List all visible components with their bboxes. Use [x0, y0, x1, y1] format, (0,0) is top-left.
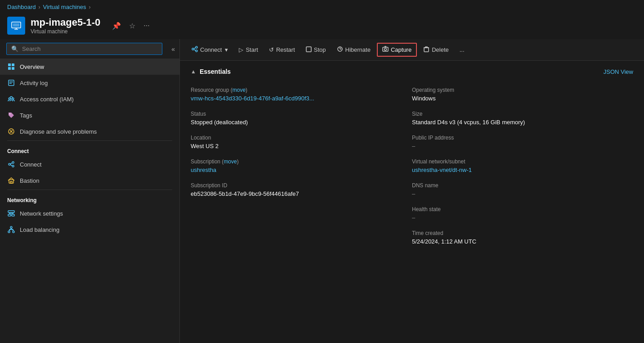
- subscription-value-link[interactable]: ushrestha: [191, 167, 216, 173]
- access-control-icon: [7, 95, 15, 103]
- status-item: Status Stopped (deallocated): [191, 106, 412, 130]
- svg-line-39: [194, 50, 196, 50]
- start-label: Start: [246, 46, 258, 53]
- connect-btn-icon: [192, 46, 198, 54]
- sidebar-item-overview[interactable]: Overview: [0, 59, 179, 75]
- sidebar-item-activity-log-label: Activity log: [20, 80, 48, 86]
- svg-point-29: [10, 226, 12, 228]
- essentials-title: ▲ Essentials: [191, 68, 231, 75]
- vnet-value: ushrestha-vnet/dt-nw-1: [412, 167, 633, 173]
- sidebar-item-iam-label: Access control (IAM): [20, 96, 74, 103]
- sidebar-item-load-balancing[interactable]: Load balancing: [0, 221, 179, 238]
- breadcrumb-dashboard[interactable]: Dashboard: [7, 4, 36, 10]
- svg-point-16: [9, 163, 10, 165]
- svg-point-37: [196, 50, 197, 52]
- svg-point-17: [12, 162, 14, 163]
- vm-header: mp-image5-1-0 Virtual machine 📌 ☆ ···: [0, 14, 644, 39]
- more-header-icon[interactable]: ···: [142, 21, 151, 31]
- sidebar-item-diagnose[interactable]: Diagnose and solve problems: [0, 123, 179, 140]
- subscription-label: Subscription (move): [191, 158, 412, 165]
- sidebar-section-connect: Connect: [0, 142, 179, 156]
- vm-icon-svg: [11, 20, 22, 31]
- svg-line-19: [10, 163, 12, 164]
- sidebar-item-bastion-label: Bastion: [20, 177, 39, 184]
- svg-rect-24: [8, 214, 11, 216]
- sidebar-item-load-balancing-label: Load balancing: [20, 226, 59, 233]
- vnet-item: Virtual network/subnet ushrestha-vnet/dt…: [412, 154, 633, 178]
- resource-group-label: Resource group (move): [191, 87, 412, 93]
- search-icon: 🔍: [11, 45, 18, 52]
- restart-label: Restart: [276, 46, 295, 53]
- restart-button[interactable]: ↺ Restart: [264, 44, 300, 55]
- resource-group-value-link[interactable]: vmw-hcs-4543d330-6d19-476f-a9af-6cd990f3…: [191, 95, 314, 102]
- sidebar-item-network-settings[interactable]: Network settings: [0, 205, 179, 221]
- stop-label: Stop: [314, 46, 326, 53]
- main-layout: 🔍 « Overview Activity log Access control…: [0, 39, 644, 343]
- health-state-value: –: [412, 214, 633, 221]
- right-panel: Connect ▾ ▷ Start ↺ Restart Stop: [180, 39, 644, 343]
- sidebar: 🔍 « Overview Activity log Access control…: [0, 39, 180, 343]
- svg-rect-4: [8, 67, 11, 70]
- os-value: Windows: [412, 95, 633, 102]
- sidebar-item-connect[interactable]: Connect: [0, 156, 179, 172]
- dns-item: DNS name –: [412, 178, 633, 202]
- svg-point-18: [12, 165, 14, 167]
- svg-rect-23: [8, 211, 14, 212]
- start-button[interactable]: ▷ Start: [234, 44, 262, 55]
- connect-btn-label: Connect: [200, 46, 222, 53]
- location-value: West US 2: [191, 143, 412, 149]
- location-label: Location: [191, 135, 412, 141]
- size-value: Standard D4s v3 (4 vcpus, 16 GiB memory): [412, 119, 633, 126]
- essentials-grid: Resource group (move) vmw-hcs-4543d330-6…: [191, 82, 633, 249]
- svg-point-30: [8, 231, 10, 233]
- sidebar-item-overview-label: Overview: [20, 63, 44, 70]
- capture-label: Capture: [391, 46, 411, 53]
- svg-point-35: [192, 48, 194, 50]
- time-created-item: Time created 5/24/2024, 1:12 AM UTC: [412, 226, 633, 249]
- svg-point-31: [13, 231, 14, 233]
- more-toolbar-button[interactable]: ...: [455, 44, 469, 55]
- location-item: Location West US 2: [191, 130, 412, 154]
- favorite-icon[interactable]: ☆: [127, 21, 137, 31]
- networking-divider: [7, 190, 172, 190]
- sidebar-item-access-control[interactable]: Access control (IAM): [0, 91, 179, 107]
- search-input[interactable]: [22, 45, 157, 52]
- svg-point-10: [9, 98, 10, 99]
- health-state-item: Health state –: [412, 202, 633, 226]
- subscription-id-value: eb523086-5b1d-47e9-9bc9-56f44616afe7: [191, 190, 412, 197]
- hibernate-button[interactable]: Hibernate: [332, 44, 375, 56]
- load-balancing-icon: [7, 226, 15, 234]
- subscription-move-link[interactable]: move: [224, 158, 237, 165]
- svg-rect-5: [12, 67, 14, 70]
- svg-line-38: [194, 48, 196, 49]
- sidebar-item-connect-label: Connect: [20, 161, 41, 168]
- svg-point-45: [384, 48, 386, 50]
- stop-button[interactable]: Stop: [301, 44, 331, 56]
- json-view-link[interactable]: JSON View: [604, 68, 633, 75]
- dns-value: –: [412, 190, 633, 197]
- delete-button[interactable]: Delete: [419, 44, 453, 56]
- search-row: 🔍 «: [0, 39, 179, 59]
- tags-icon: [7, 111, 15, 119]
- sidebar-item-activity-log[interactable]: Activity log: [0, 75, 179, 91]
- collapse-sidebar-button[interactable]: «: [169, 45, 178, 54]
- resource-group-move-link[interactable]: move: [233, 87, 246, 93]
- capture-button[interactable]: Capture: [377, 43, 417, 57]
- breadcrumb-vms[interactable]: Virtual machines: [43, 4, 86, 10]
- essentials-chevron-icon: ▲: [191, 68, 196, 75]
- svg-rect-25: [12, 214, 14, 216]
- os-label: Operating system: [412, 87, 633, 93]
- sidebar-item-bastion[interactable]: Bastion: [0, 172, 179, 189]
- vnet-value-link[interactable]: ushrestha-vnet/dt-nw-1: [412, 167, 472, 173]
- pin-icon[interactable]: 📌: [110, 21, 123, 31]
- public-ip-label: Public IP address: [412, 135, 633, 141]
- sidebar-item-tags[interactable]: Tags: [0, 107, 179, 123]
- sidebar-item-network-settings-label: Network settings: [20, 210, 63, 217]
- essentials-right-col: Operating system Windows Size Standard D…: [412, 82, 633, 249]
- svg-rect-6: [9, 80, 14, 86]
- restart-icon: ↺: [269, 46, 274, 53]
- connect-button[interactable]: Connect ▾: [187, 44, 233, 56]
- health-state-label: Health state: [412, 206, 633, 212]
- content-area: ▲ Essentials JSON View Resource group (m…: [180, 61, 644, 343]
- time-created-label: Time created: [412, 230, 633, 236]
